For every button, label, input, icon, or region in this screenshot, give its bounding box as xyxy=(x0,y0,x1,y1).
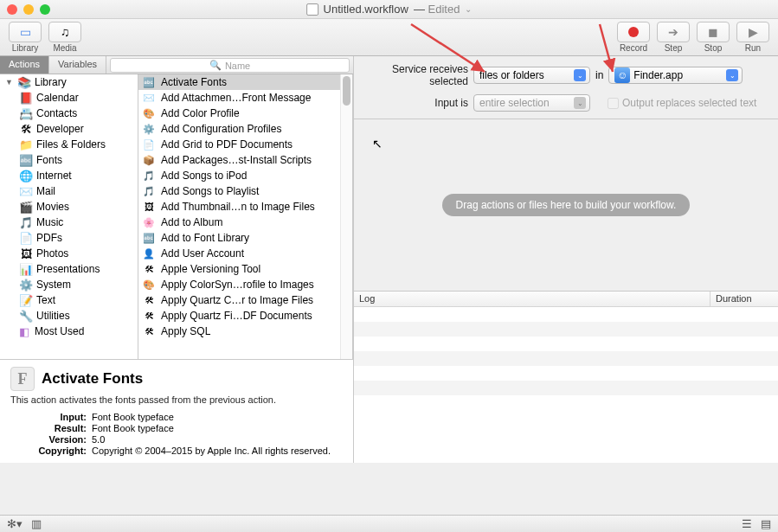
run-icon: ▶ xyxy=(749,25,758,39)
action-icon: 🌸 xyxy=(142,215,156,229)
action-row[interactable]: 📄Add Grid to PDF Documents xyxy=(138,137,352,152)
action-icon: 👤 xyxy=(142,247,156,260)
actions-scrollbar[interactable] xyxy=(340,74,352,359)
zoom-window[interactable] xyxy=(40,4,50,15)
filename: Untitled.workflow xyxy=(324,3,408,16)
toolbar-library[interactable]: ▭ Library xyxy=(9,22,42,53)
most-used-icon: ◧ xyxy=(17,324,31,338)
library-item[interactable]: 📄PDFs xyxy=(0,230,138,246)
action-icon: 🛠 xyxy=(142,293,156,307)
action-info-panel: F Activate Fonts This action activates t… xyxy=(0,359,353,463)
action-row[interactable]: 🎨Add Color Profile xyxy=(138,106,352,121)
stop-icon: ◼ xyxy=(708,25,718,39)
library-item[interactable]: 📇Contacts xyxy=(0,106,138,121)
library-item[interactable]: 🔧Utilities xyxy=(0,308,138,324)
action-row[interactable]: 🛠Apply SQL xyxy=(138,324,352,339)
action-icon: 🔤 xyxy=(142,231,156,245)
library-most-used[interactable]: ◧ Most Used xyxy=(0,324,138,339)
footer-settings-icon[interactable]: ✻▾ xyxy=(7,517,23,530)
log-panel: Log Duration xyxy=(354,291,778,463)
action-row[interactable]: 🛠Apple Versioning Tool xyxy=(138,261,352,277)
category-icon: 📕 xyxy=(19,91,33,105)
library-root[interactable]: ▼ 📚 Library xyxy=(0,74,138,90)
toolbar-run[interactable]: ▶ Run xyxy=(736,22,769,53)
workflow-input-config: Service receives selected files or folde… xyxy=(354,56,778,119)
action-row[interactable]: 👤Add User Account xyxy=(138,246,352,261)
action-row[interactable]: 🖼Add Thumbnail…n to Image Files xyxy=(138,199,352,215)
action-row[interactable]: 🎵Add Songs to iPod xyxy=(138,168,352,183)
toolbar-media[interactable]: ♫ Media xyxy=(48,22,81,53)
footer-view-flow-icon[interactable]: ▤ xyxy=(761,517,771,530)
category-icon: 🌐 xyxy=(19,169,33,183)
document-icon xyxy=(306,3,318,16)
disclosure-triangle-icon[interactable]: ▼ xyxy=(5,78,14,87)
media-icon: ♫ xyxy=(61,25,70,39)
library-item[interactable]: 🎵Music xyxy=(0,215,138,230)
library-item[interactable]: 🎬Movies xyxy=(0,199,138,215)
search-input[interactable]: 🔍 Name xyxy=(110,58,350,73)
action-row[interactable]: 🛠Apply Quartz Fi…DF Documents xyxy=(138,308,352,324)
action-icon: ⚙️ xyxy=(142,122,156,136)
library-item[interactable]: 📁Files & Folders xyxy=(0,137,138,152)
finder-icon: ☺ xyxy=(614,67,630,83)
canvas-hint: Drag actions or files here to build your… xyxy=(442,194,691,216)
action-row[interactable]: ⚙️Add Configuration Profiles xyxy=(138,121,352,137)
window-title[interactable]: Untitled.workflow — Edited ⌄ xyxy=(306,3,473,16)
minimize-window[interactable] xyxy=(23,4,34,15)
footer-view-list-icon[interactable]: ☰ xyxy=(742,517,752,530)
output-replaces-checkbox[interactable]: Output replaces selected text xyxy=(608,97,756,109)
receives-select[interactable]: files or folders⌄ xyxy=(473,67,590,84)
info-result: Font Book typeface xyxy=(92,423,343,433)
footer-toggle-icon[interactable]: ▥ xyxy=(31,517,42,530)
category-icon: 📝 xyxy=(19,293,33,307)
category-icon: 🔤 xyxy=(19,153,33,167)
tab-variables[interactable]: Variables xyxy=(49,56,106,74)
receives-label: Service receives selected xyxy=(364,63,468,87)
action-icon: 🛠 xyxy=(142,309,156,323)
category-icon: 🎬 xyxy=(19,200,33,214)
actions-list: 🔤Activate Fonts✉️Add Attachmen…Front Mes… xyxy=(138,74,353,359)
input-is-select[interactable]: entire selection⌄ xyxy=(473,94,590,112)
workflow-canvas[interactable]: Drag actions or files here to build your… xyxy=(354,119,778,291)
action-row[interactable]: 📦Add Packages…st-Install Scripts xyxy=(138,152,352,168)
library-item[interactable]: 📊Presentations xyxy=(0,261,138,277)
library-item[interactable]: 🛠Developer xyxy=(0,121,138,137)
action-row[interactable]: 🎨Apply ColorSyn…rofile to Images xyxy=(138,277,352,292)
close-window[interactable] xyxy=(7,4,17,15)
action-row[interactable]: 🔤Add to Font Library xyxy=(138,230,352,246)
log-col-duration[interactable]: Duration xyxy=(710,292,778,306)
toolbar-record[interactable]: Record xyxy=(617,22,650,53)
library-item[interactable]: ✉️Mail xyxy=(0,183,138,199)
library-item[interactable]: 📝Text xyxy=(0,292,138,308)
library-icon: ▭ xyxy=(20,25,31,39)
category-icon: 🔧 xyxy=(19,309,33,323)
input-is-label: Input is xyxy=(364,97,468,109)
action-icon: ✉️ xyxy=(142,91,156,105)
titlebar: Untitled.workflow — Edited ⌄ xyxy=(0,0,778,19)
category-icon: 📇 xyxy=(19,106,33,120)
tab-actions[interactable]: Actions xyxy=(0,56,49,74)
library-item[interactable]: 🖼Photos xyxy=(0,246,138,261)
library-tabs-row: Actions Variables 🔍 Name xyxy=(0,56,353,74)
library-item[interactable]: 📕Calendar xyxy=(0,90,138,106)
search-icon: 🔍 xyxy=(209,60,222,71)
log-col-log[interactable]: Log xyxy=(354,292,710,306)
edited-status: — Edited xyxy=(414,3,460,16)
library-sidebar: ▼ 📚 Library 📕Calendar📇Contacts🛠Developer… xyxy=(0,74,138,359)
library-item[interactable]: 🌐Internet xyxy=(0,168,138,183)
app-select[interactable]: ☺Finder.app ⌄ xyxy=(608,67,743,84)
toolbar-stop[interactable]: ◼ Stop xyxy=(697,22,730,53)
action-row[interactable]: 🛠Apply Quartz C…r to Image Files xyxy=(138,292,352,308)
action-row[interactable]: 🔤Activate Fonts xyxy=(138,74,352,90)
library-item[interactable]: ⚙️System xyxy=(0,277,138,292)
action-row[interactable]: ✉️Add Attachmen…Front Message xyxy=(138,90,352,106)
title-dropdown-caret[interactable]: ⌄ xyxy=(465,4,472,14)
info-copyright: Copyright © 2004–2015 by Apple Inc. All … xyxy=(92,445,343,456)
action-row[interactable]: 🎵Add Songs to Playlist xyxy=(138,183,352,199)
category-icon: 📊 xyxy=(19,262,33,276)
scrollbar-thumb[interactable] xyxy=(343,76,350,106)
library-item[interactable]: 🔤Fonts xyxy=(0,152,138,168)
action-icon: 🎨 xyxy=(142,106,156,120)
action-row[interactable]: 🌸Add to Album xyxy=(138,215,352,230)
toolbar-step[interactable]: ➔ Step xyxy=(657,22,690,53)
